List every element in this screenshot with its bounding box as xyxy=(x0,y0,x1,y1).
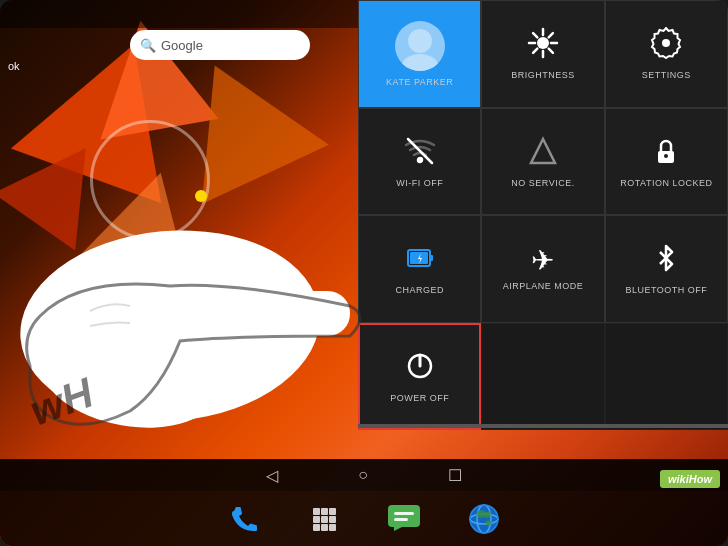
taskbar-phone-icon[interactable] xyxy=(224,499,264,539)
qs-tile-label-rotation: ROTATION LOCKED xyxy=(620,178,712,188)
qs-tile-brightness[interactable]: BRIGHTNESS xyxy=(481,0,604,108)
qs-tile-empty-2 xyxy=(605,323,728,431)
taskbar-messages-icon[interactable] xyxy=(384,499,424,539)
taskbar-apps-icon[interactable] xyxy=(304,499,344,539)
qs-tile-settings[interactable]: SETTINGS xyxy=(605,0,728,108)
svg-rect-25 xyxy=(313,508,320,515)
search-icon: 🔍 xyxy=(140,38,156,53)
search-text: Google xyxy=(161,38,203,53)
qs-tile-empty-1 xyxy=(481,323,604,431)
qs-tile-label-user: KATE PARKER xyxy=(386,77,453,87)
qs-tile-label-signal: NO SERVICE. xyxy=(511,178,574,188)
wikihow-badge: wikiHow xyxy=(660,470,720,488)
nav-home-icon[interactable]: ○ xyxy=(358,466,368,484)
qs-tile-airplane[interactable]: ✈ AIRPLANE MODE xyxy=(481,215,604,323)
qs-tile-label-wifi: WI-FI OFF xyxy=(396,178,443,188)
svg-rect-35 xyxy=(394,512,414,515)
svg-rect-26 xyxy=(321,508,328,515)
qs-tile-label-airplane: AIRPLANE MODE xyxy=(503,281,584,291)
qs-tile-power[interactable]: POWER OFF xyxy=(358,323,481,431)
qs-tile-battery[interactable]: CHARGED xyxy=(358,215,481,323)
qs-tile-bluetooth[interactable]: BLUETOOTH OFF xyxy=(605,215,728,323)
svg-marker-13 xyxy=(531,139,555,163)
svg-point-1 xyxy=(402,54,438,71)
airplane-icon: ✈ xyxy=(531,247,554,275)
svg-line-10 xyxy=(533,49,537,53)
rotation-locked-icon xyxy=(650,135,682,172)
qs-tile-label-battery: CHARGED xyxy=(395,285,444,295)
svg-line-8 xyxy=(549,49,553,53)
svg-rect-34 xyxy=(388,505,420,527)
svg-rect-32 xyxy=(321,524,328,531)
settings-icon xyxy=(650,27,682,64)
svg-rect-30 xyxy=(329,516,336,523)
qs-tile-user[interactable]: KATE PARKER xyxy=(358,0,481,108)
nav-bar: ◁ ○ ☐ xyxy=(0,459,728,491)
brightness-icon xyxy=(527,27,559,64)
tablet-frame: 🔍 Google ok KATE PARKER xyxy=(0,0,728,546)
svg-point-2 xyxy=(537,37,549,49)
qs-tile-label-settings: SETTINGS xyxy=(642,70,691,80)
svg-rect-29 xyxy=(321,516,328,523)
power-icon xyxy=(404,350,436,387)
qs-scrollbar-thumb xyxy=(358,424,728,428)
quick-settings-panel: KATE PARKER B xyxy=(358,0,728,430)
qs-tile-wifi[interactable]: WI-FI OFF xyxy=(358,108,481,216)
qs-tile-label-power: POWER OFF xyxy=(390,393,449,403)
svg-rect-27 xyxy=(329,508,336,515)
qs-tile-label-brightness: BRIGHTNESS xyxy=(511,70,575,80)
qs-tile-signal[interactable]: NO SERVICE. xyxy=(481,108,604,216)
svg-point-15 xyxy=(664,154,668,158)
qs-grid: KATE PARKER B xyxy=(358,0,728,430)
svg-rect-33 xyxy=(329,524,336,531)
taskbar xyxy=(0,491,728,546)
svg-point-0 xyxy=(408,29,432,53)
qs-tile-label-bluetooth: BLUETOOTH OFF xyxy=(625,285,707,295)
bluetooth-icon xyxy=(650,242,682,279)
qs-tile-rotation[interactable]: ROTATION LOCKED xyxy=(605,108,728,216)
svg-point-11 xyxy=(418,158,422,162)
left-app-label: ok xyxy=(8,60,20,72)
wifi-off-icon xyxy=(404,135,436,172)
nav-recents-icon[interactable]: ☐ xyxy=(448,466,462,485)
svg-rect-31 xyxy=(313,524,320,531)
user-avatar xyxy=(395,21,445,71)
svg-rect-36 xyxy=(394,518,408,521)
nav-back-icon[interactable]: ◁ xyxy=(266,466,278,485)
svg-line-7 xyxy=(533,33,537,37)
search-bar[interactable]: 🔍 Google xyxy=(130,30,310,60)
svg-rect-28 xyxy=(313,516,320,523)
svg-rect-17 xyxy=(430,255,433,261)
qs-scrollbar xyxy=(358,424,728,428)
svg-line-9 xyxy=(549,33,553,37)
battery-icon xyxy=(404,242,436,279)
taskbar-globe-icon[interactable] xyxy=(464,499,504,539)
signal-off-icon xyxy=(527,135,559,172)
